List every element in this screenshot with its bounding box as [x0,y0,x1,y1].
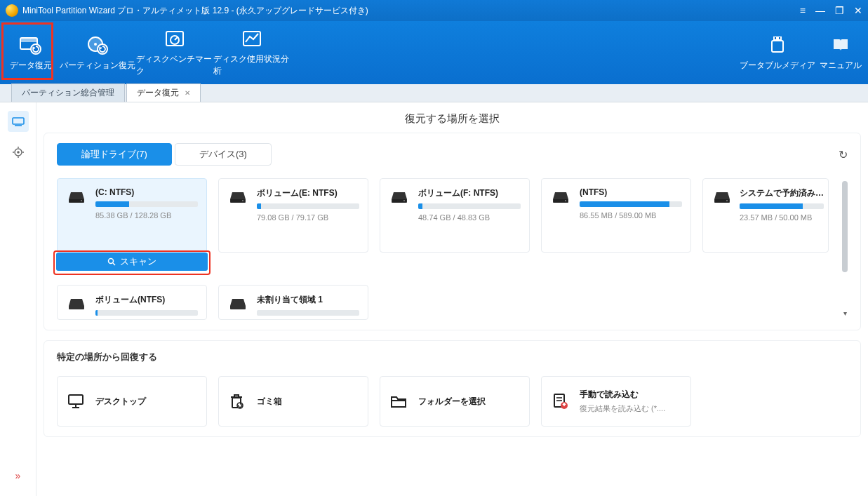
main-panel: 復元する場所を選択 論理ドライブ(7) デバイス(3) ↻ [36,102,868,496]
tab-data-recovery[interactable]: データ復元 ✕ [126,83,201,102]
drive-size: 79.08 GB / 79.17 GB [257,213,359,222]
trash-icon [229,394,248,409]
svg-point-34 [726,200,728,201]
rail-expand-button[interactable]: » [8,465,29,486]
location-label: フォルダーを選択 [418,396,486,408]
menu-icon[interactable]: ≡ [800,5,806,16]
location-label: デスクトップ [95,396,146,408]
tab-label: パーティション総合管理 [22,87,114,99]
main-toolbar: データ復元 パーティション復元 ディスクベンチマーク ディスク使用状況分析 ブー… [0,21,868,84]
recover-locations-card: 特定の場所から回復する デスクトップ ゴミ箱 [44,340,861,437]
locations-grid: デスクトップ ゴミ箱 フォルダーを選択 [57,376,848,427]
svg-line-26 [113,263,115,265]
svg-rect-1 [20,38,37,42]
drive-name: ボリューム(F: NTFS) [418,187,521,199]
svg-point-18 [17,151,20,154]
toolbar-label: ディスクベンチマーク [136,53,213,77]
drive-icon [390,187,410,245]
drive-card-f[interactable]: ボリューム(F: NTFS) 48.74 GB / 48.83 GB [380,178,530,253]
toolbar-disk-usage[interactable]: ディスク使用状況分析 [213,21,291,84]
drives-card: 論理ドライブ(7) デバイス(3) ↻ [44,133,861,330]
tab-partition-management[interactable]: パーティション総合管理 [11,83,125,102]
drive-icon [229,187,248,245]
partition-recovery-icon [85,34,110,55]
location-recycle-bin[interactable]: ゴミ箱 [218,376,368,427]
svg-point-24 [81,200,82,201]
svg-rect-35 [69,395,83,404]
chevron-down-icon[interactable]: ▾ [843,309,847,317]
left-rail: » [0,102,36,496]
manual-icon [828,34,853,55]
drive-card-system-reserved[interactable]: システムで予約済み(NT... 23.57 MB / 50.00 MB [702,178,829,253]
folder-icon [390,394,410,408]
scroll-thumb[interactable] [842,181,848,272]
desktop-icon [67,394,87,409]
drive-name: (C: NTFS) [95,187,198,197]
drive-name: システムで予約済み(NT... [740,187,824,199]
subtab-label: デバイス(3) [199,148,247,161]
toolbar-partition-recovery[interactable]: パーティション復元 [59,21,136,84]
content-area: » 復元する場所を選択 論理ドライブ(7) デバイス(3) ↻ [0,102,868,496]
app-logo-icon [6,4,18,17]
tab-label: データ復元 [137,87,179,99]
data-recovery-icon [18,34,44,55]
scan-label: スキャン [120,255,156,268]
subtab-logical-drives[interactable]: 論理ドライブ(7) [57,143,172,166]
drives-grid: (C: NTFS) 85.38 GB / 128.28 GB スキャン [57,178,838,320]
svg-rect-14 [779,37,780,39]
drive-card-c[interactable]: (C: NTFS) 85.38 GB / 128.28 GB [57,178,207,253]
toolbar-label: ディスク使用状況分析 [213,53,291,77]
rail-drives-button[interactable] [8,111,29,132]
svg-rect-15 [13,118,24,124]
location-desktop[interactable]: デスクトップ [57,376,207,427]
close-button[interactable]: ✕ [854,5,862,16]
subtab-devices[interactable]: デバイス(3) [175,143,272,166]
location-label: 手動で読み込む [580,389,665,401]
svg-line-9 [175,37,178,40]
drive-icon [229,294,248,312]
drive-card-volume-ntfs[interactable]: ボリューム(NTFS) [57,285,207,320]
drive-size: 85.38 GB / 128.28 GB [95,211,198,220]
drive-name: ボリューム(E: NTFS) [257,187,359,199]
refresh-icon[interactable]: ↻ [839,148,848,161]
svg-point-30 [403,200,405,201]
svg-point-25 [109,259,114,264]
close-icon[interactable]: ✕ [185,89,190,97]
toolbar-disk-benchmark[interactable]: ディスクベンチマーク [136,21,213,84]
svg-point-28 [242,200,243,201]
location-manual-load[interactable]: 手動で読み込む 復元結果を読み込む (*.... [541,376,691,427]
toolbar-data-recovery[interactable]: データ復元 [3,21,59,84]
window-title: MiniTool Partition Wizard プロ・アルティメット版 12… [22,5,800,17]
toolbar-label: パーティション復元 [60,60,135,72]
drive-name: (NTFS) [580,187,682,197]
titlebar: MiniTool Partition Wizard プロ・アルティメット版 12… [0,0,868,21]
window-controls: ≡ — ❐ ✕ [800,5,862,16]
minimize-button[interactable]: — [815,5,825,16]
toolbar-label: ブータブルメディア [740,60,815,72]
drive-size: 48.74 GB / 48.83 GB [418,213,521,222]
rail-settings-button[interactable] [8,142,29,163]
svg-rect-40 [234,395,239,397]
scrollbar[interactable]: ▾ [838,178,848,320]
svg-point-5 [94,43,97,46]
svg-rect-12 [772,41,783,52]
drive-card-e[interactable]: ボリューム(E: NTFS) 79.08 GB / 79.17 GB [218,178,368,253]
drive-icon [552,187,571,245]
location-label: ゴミ箱 [257,396,282,408]
document-load-icon [552,393,571,410]
drive-icon [67,294,87,312]
drive-icon [67,187,87,245]
toolbar-manual[interactable]: マニュアル [816,21,865,84]
toolbar-label: マニュアル [820,60,862,72]
location-select-folder[interactable]: フォルダーを選択 [380,376,530,427]
svg-rect-13 [775,37,776,39]
svg-point-32 [565,200,566,201]
scan-button[interactable]: スキャン [56,253,208,271]
drive-card-unallocated[interactable]: 未割り当て領域 1 [218,285,368,320]
toolbar-bootable-media[interactable]: ブータブルメディア [739,21,816,84]
document-tabs: パーティション総合管理 データ復元 ✕ [0,84,868,102]
drive-icon [713,187,731,245]
subtabs: 論理ドライブ(7) デバイス(3) ↻ [57,143,848,166]
maximize-button[interactable]: ❐ [835,5,844,16]
drive-card-ntfs[interactable]: (NTFS) 86.55 MB / 589.00 MB [541,178,691,253]
